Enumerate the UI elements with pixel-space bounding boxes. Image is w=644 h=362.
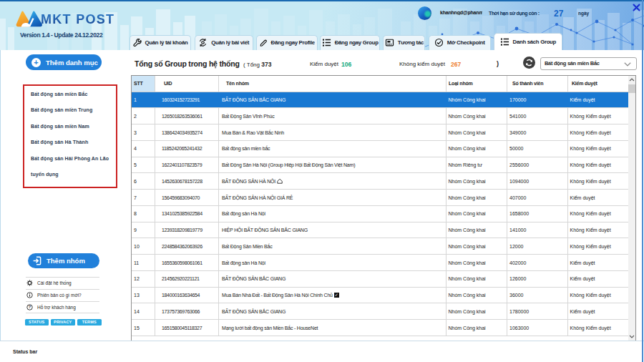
svg-text:?: ?	[29, 305, 31, 309]
